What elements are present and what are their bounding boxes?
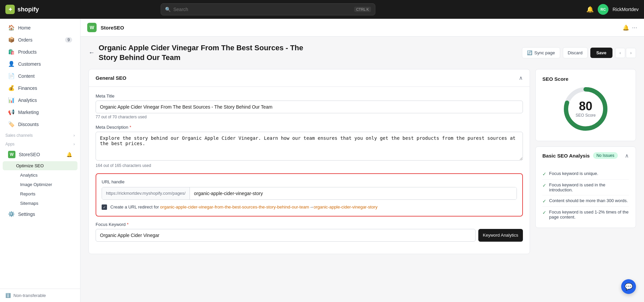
search-bar[interactable]: 🔍 CTRL K: [161, 3, 375, 15]
sidebar-item-analytics-sub[interactable]: Analytics: [3, 171, 77, 180]
search-icon: 🔍: [165, 7, 171, 12]
meta-title-input[interactable]: [96, 101, 523, 113]
app-header-icon: W: [87, 23, 97, 32]
no-issues-badge: No Issues: [593, 152, 618, 159]
chat-bubble-button[interactable]: 💬: [621, 279, 636, 294]
focus-keyword-required: *: [127, 222, 128, 227]
shopify-logo-icon: ✦: [5, 5, 15, 14]
sidebar-item-settings[interactable]: ⚙️ Settings: [3, 208, 77, 220]
sidebar-item-reports[interactable]: Reports: [3, 189, 77, 198]
settings-icon: ⚙️: [8, 211, 15, 217]
topbar-right: 🔔 RC RickMortdev: [586, 4, 639, 15]
sidebar-item-analytics-label: Analytics: [18, 98, 37, 103]
analysis-item-2: ✓ Focus keyword is used in the introduct…: [542, 180, 629, 195]
non-transferable-item: ℹ️ Non-transferable: [5, 293, 75, 298]
shopify-logo: ✦ shopify: [5, 5, 52, 14]
side-col: SEO Score 80 SEO Score: [535, 69, 636, 259]
redirect-text: Create a URL redirect for organic-apple-…: [110, 204, 377, 210]
sidebar-item-optimize-seo[interactable]: Optimize SEO: [3, 161, 77, 170]
sync-label: Sync page: [534, 50, 555, 55]
collapse-icon[interactable]: ∧: [519, 75, 523, 81]
sidebar-item-content[interactable]: 📄 Content: [3, 70, 77, 82]
save-button[interactable]: Save: [590, 48, 612, 58]
general-seo-body: Meta Title 77 out of 70 characters used …: [89, 87, 530, 254]
non-transferable-label: Non-transferable: [13, 293, 46, 298]
main-content: W StoreSEO 🔔 ⋯ ← Organic Apple Cider Vin…: [80, 19, 644, 302]
info-icon: ℹ️: [5, 293, 11, 298]
sidebar-item-products[interactable]: 🛍️ Products: [3, 46, 77, 58]
discounts-icon: 🏷️: [8, 121, 15, 127]
search-input[interactable]: [173, 7, 352, 12]
score-num: 80: [576, 100, 596, 112]
storeseo-icon: W: [8, 151, 15, 158]
meta-description-input[interactable]: Explore the story behind our Organic App…: [96, 132, 523, 161]
score-label: SEO Score: [576, 113, 596, 118]
url-suffix-input[interactable]: [190, 187, 517, 199]
discard-button[interactable]: Discard: [563, 47, 588, 58]
analysis-item-1: ✓ Focus keyword is unique.: [542, 168, 629, 180]
focus-keyword-row: Keyword Analytics: [96, 229, 523, 242]
sync-page-button[interactable]: 🔄 Sync page: [522, 47, 560, 58]
storeseo-bell-icon[interactable]: 🔔: [66, 152, 72, 157]
storeseo-label: StoreSEO: [19, 152, 40, 157]
sidebar-item-finances[interactable]: 💰 Finances: [3, 82, 77, 94]
search-shortcut: CTRL K: [354, 7, 371, 12]
main-col: General SEO ∧ Meta Title 77 out of 70 ch…: [89, 69, 530, 259]
apps-chevron-icon[interactable]: ›: [73, 142, 75, 146]
sidebar-item-home[interactable]: 🏠 Home: [3, 22, 77, 34]
sitemaps-label: Sitemaps: [20, 201, 38, 206]
reports-label: Reports: [20, 191, 36, 196]
redirect-checkbox[interactable]: ✓: [102, 204, 107, 210]
back-arrow-icon[interactable]: ←: [89, 49, 95, 56]
sidebar-item-customers[interactable]: 👤 Customers: [3, 58, 77, 70]
sidebar-bottom: ℹ️ Non-transferable: [0, 289, 80, 302]
url-input-row: https://rickmortdev.myshopify.com/pages/: [102, 187, 517, 200]
general-seo-title: General SEO: [96, 75, 126, 81]
sync-icon: 🔄: [527, 50, 532, 55]
analysis-item-3-text: Content should be more than 300 words.: [549, 198, 628, 203]
focus-keyword-group: Focus Keyword * Keyword Analytics: [96, 222, 523, 242]
orders-icon: 📦: [8, 37, 15, 43]
meta-title-label: Meta Title: [96, 94, 523, 99]
url-prefix: https://rickmortdev.myshopify.com/pages/: [102, 187, 190, 199]
app-header-bell-icon[interactable]: 🔔: [623, 24, 629, 31]
sidebar-item-analytics[interactable]: 📊 Analytics: [3, 94, 77, 106]
notification-bell-icon[interactable]: 🔔: [586, 6, 594, 13]
sidebar-item-storeseo[interactable]: W StoreSEO 🔔: [3, 148, 77, 161]
marketing-icon: 📢: [8, 109, 15, 115]
seo-score-title: SEO Score: [542, 76, 629, 82]
page-actions: 🔄 Sync page Discard Save ‹ ›: [522, 47, 636, 58]
orders-badge: 9: [65, 37, 72, 43]
seo-score-card: SEO Score 80 SEO Score: [535, 69, 636, 141]
meta-title-group: Meta Title 77 out of 70 characters used: [96, 94, 523, 119]
sidebar-item-discounts[interactable]: 🏷️ Discounts: [3, 118, 77, 130]
meta-description-hint: 164 out of 165 characters used: [96, 163, 523, 168]
analysis-collapse-icon[interactable]: ∧: [625, 153, 629, 159]
check-icon-3: ✓: [542, 198, 546, 204]
apps-section: Apps ›: [0, 139, 80, 148]
two-col-layout: General SEO ∧ Meta Title 77 out of 70 ch…: [89, 69, 636, 259]
focus-keyword-input[interactable]: [96, 229, 476, 242]
redirect-old-link[interactable]: organic-apple-cider-vinegar-from-the-bes…: [160, 204, 309, 209]
sidebar-item-marketing[interactable]: 📢 Marketing: [3, 106, 77, 118]
sidebar-item-products-label: Products: [18, 49, 37, 55]
sidebar: 🏠 Home 📦 Orders 9 🛍️ Products 👤 Customer…: [0, 19, 80, 302]
sidebar-item-sitemaps[interactable]: Sitemaps: [3, 199, 77, 208]
next-arrow-button[interactable]: ›: [626, 48, 636, 58]
redirect-new-link[interactable]: organic-apple-cider-vinegar-story: [314, 204, 378, 209]
check-icon-1: ✓: [542, 171, 546, 177]
app-header-dots-icon[interactable]: ⋯: [632, 24, 637, 31]
user-avatar[interactable]: RC: [598, 4, 608, 15]
analysis-item-1-text: Focus keyword is unique.: [549, 171, 598, 176]
sidebar-item-discounts-label: Discounts: [18, 122, 39, 127]
sidebar-item-orders-label: Orders: [18, 37, 33, 43]
keyword-analytics-button[interactable]: Keyword Analytics: [478, 229, 523, 242]
home-icon: 🏠: [8, 24, 15, 31]
check-icon-2: ✓: [542, 183, 546, 188]
username-label: RickMortdev: [612, 7, 639, 12]
page-title-row: ← Organic Apple Cider Vinegar From The B…: [89, 43, 636, 62]
sidebar-item-orders[interactable]: 📦 Orders 9: [3, 34, 77, 46]
prev-arrow-button[interactable]: ‹: [615, 48, 625, 58]
sales-channels-chevron-icon[interactable]: ›: [73, 133, 75, 138]
sidebar-item-image-optimizer[interactable]: Image Optimizer: [3, 180, 77, 189]
